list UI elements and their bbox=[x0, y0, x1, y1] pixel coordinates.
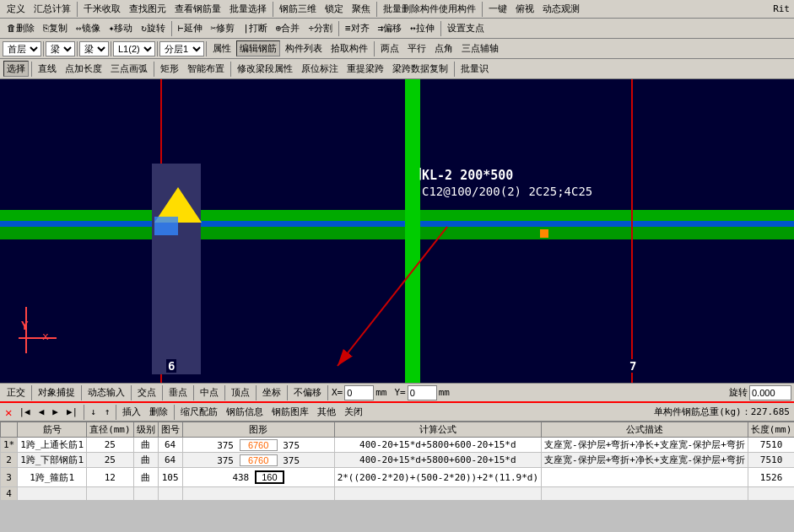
tb-split[interactable]: ÷ 分割 bbox=[305, 20, 336, 36]
row1-dim-right: 375 bbox=[283, 440, 300, 451]
toolbar-lock[interactable]: 锁定 bbox=[321, 1, 347, 17]
btn-up[interactable]: ↑ bbox=[101, 405, 114, 419]
tb-align[interactable]: ≡ 对齐 bbox=[342, 20, 373, 36]
tb-line[interactable]: 直线 bbox=[35, 61, 60, 77]
rotate-label: 旋转 bbox=[727, 386, 749, 399]
main-canvas: KL-2 200*500 C12@100/200(2) 2C25;4C25 | … bbox=[0, 79, 794, 383]
status-midpoint[interactable]: 中点 bbox=[197, 384, 222, 400]
close-red-btn[interactable]: ✕ bbox=[3, 406, 14, 419]
status-coord[interactable]: 坐标 bbox=[259, 384, 284, 400]
tb-three-point-axis[interactable]: 三点辅轴 bbox=[458, 40, 502, 56]
row2-dim-mid-input[interactable] bbox=[240, 454, 278, 466]
tb-edit-rebar[interactable]: 编辑钢筋 bbox=[236, 40, 280, 56]
status-dynamic[interactable]: 动态输入 bbox=[84, 384, 128, 400]
tb-point-length[interactable]: 点加长度 bbox=[62, 61, 105, 77]
x-axis-line bbox=[19, 337, 57, 339]
tb-rotate[interactable]: ↻ 旋转 bbox=[138, 20, 169, 36]
nav-last[interactable]: ▶| bbox=[63, 405, 81, 419]
btn-insert[interactable]: 插入 bbox=[119, 404, 144, 420]
y-input[interactable] bbox=[408, 385, 437, 400]
tb-pick-component[interactable]: 拾取构件 bbox=[327, 40, 371, 56]
nav-first[interactable]: |◀ bbox=[15, 405, 33, 419]
btn-scale[interactable]: 缩尺配筋 bbox=[177, 404, 221, 420]
status-ortho[interactable]: 正交 bbox=[3, 384, 29, 400]
x-input[interactable] bbox=[344, 385, 374, 400]
sep19 bbox=[81, 385, 82, 400]
th-grade: 级别 bbox=[133, 422, 158, 438]
toolbar-batch-delete[interactable]: 批量删除构件使用构件 bbox=[380, 1, 479, 17]
tb-copy-span-data[interactable]: 梁跨数据复制 bbox=[389, 61, 451, 77]
sep2 bbox=[273, 2, 273, 17]
row4-num: 4 bbox=[1, 487, 18, 501]
status-no-offset[interactable]: 不偏移 bbox=[290, 384, 325, 400]
toolbar-find[interactable]: 查找图元 bbox=[126, 1, 170, 17]
tb-original-mark[interactable]: 原位标注 bbox=[298, 61, 342, 77]
tb-move[interactable]: ✦ 移动 bbox=[105, 20, 137, 36]
btn-delete[interactable]: 删除 bbox=[146, 404, 171, 420]
btn-other[interactable]: 其他 bbox=[314, 404, 339, 420]
toolbar-one-key[interactable]: 一键 bbox=[485, 1, 510, 17]
tb-break[interactable]: | 打断 bbox=[240, 20, 271, 36]
row1-desc: 支座宽-保护层+弯折+净长+支座宽-保护层+弯折 bbox=[542, 438, 748, 453]
tb-property[interactable]: 属性 bbox=[209, 40, 235, 56]
data-table-container[interactable]: 筋号 直径(mm) 级别 图号 图形 计算公式 公式描述 长度(mm) 根数 搭… bbox=[0, 422, 794, 501]
toolbar-calc[interactable]: 汇总计算 bbox=[30, 1, 74, 17]
beam-type-select2[interactable]: 梁 bbox=[79, 41, 109, 56]
beam-type-select1[interactable]: 梁 bbox=[46, 41, 75, 56]
tb-batch-id[interactable]: 批量识 bbox=[457, 61, 492, 77]
status-cross[interactable]: 交点 bbox=[134, 384, 159, 400]
toolbar-3d[interactable]: 钢筋三维 bbox=[276, 1, 320, 17]
tb-merge[interactable]: ⊕ 合并 bbox=[273, 20, 304, 36]
tb-set-support[interactable]: 设置支点 bbox=[444, 20, 488, 36]
row1-dim-mid-input[interactable] bbox=[240, 439, 278, 451]
status-node[interactable]: 顶点 bbox=[228, 384, 253, 400]
toolbar-batch-select[interactable]: 批量选择 bbox=[226, 1, 270, 17]
row4-f bbox=[182, 487, 334, 501]
layer-select[interactable]: 首层 bbox=[3, 41, 41, 56]
layer-name-select[interactable]: 分层1 bbox=[159, 41, 204, 56]
tb-offset[interactable]: ⇉ 偏移 bbox=[375, 20, 406, 36]
btn-rebar-info[interactable]: 钢筋信息 bbox=[223, 404, 267, 420]
tb-parallel[interactable]: 平行 bbox=[404, 40, 429, 56]
status-snap[interactable]: 对象捕捉 bbox=[35, 384, 78, 400]
tb-modify-segment[interactable]: 修改梁段属性 bbox=[234, 61, 296, 77]
nav-next[interactable]: ▶ bbox=[49, 405, 62, 419]
tb-mirror[interactable]: ⇔ 镜像 bbox=[73, 20, 104, 36]
tb-extend[interactable]: ⊢ 延伸 bbox=[175, 20, 206, 36]
row3-dim-edit-input[interactable] bbox=[255, 470, 284, 484]
nav-prev[interactable]: ◀ bbox=[35, 405, 48, 419]
toolbar-focus[interactable]: 聚焦 bbox=[348, 1, 374, 17]
tb-select[interactable]: 选择 bbox=[3, 61, 29, 77]
sep27 bbox=[84, 405, 84, 420]
toolbar-top-view[interactable]: 俯视 bbox=[512, 1, 537, 17]
tb-rect[interactable]: 矩形 bbox=[157, 61, 182, 77]
tb-arc[interactable]: 三点画弧 bbox=[107, 61, 151, 77]
tb-stretch[interactable]: ↔ 拉伸 bbox=[407, 20, 438, 36]
rotate-input[interactable] bbox=[749, 385, 791, 400]
tb-two-point[interactable]: 两点 bbox=[377, 40, 402, 56]
tb-smart-layout[interactable]: 智能布置 bbox=[184, 61, 228, 77]
row3-figure[interactable]: 438 bbox=[182, 468, 334, 487]
tb-point-angle[interactable]: 点角 bbox=[431, 40, 456, 56]
sep17 bbox=[454, 62, 455, 77]
li-select[interactable]: L1(2) bbox=[113, 41, 155, 56]
btn-rebar-lib[interactable]: 钢筋图库 bbox=[268, 404, 312, 420]
column-green-mid bbox=[405, 79, 420, 383]
row2-figure[interactable]: 375 375 bbox=[182, 453, 334, 468]
toolbar-row-1: 定义 汇总计算 千米收取 查找图元 查看钢筋量 批量选择 钢筋三维 锁定 聚焦 … bbox=[0, 0, 794, 19]
tb-re-extract[interactable]: 重提梁跨 bbox=[343, 61, 387, 77]
toolbar-define[interactable]: 定义 bbox=[3, 1, 29, 17]
tb-delete[interactable]: 🗑 删除 bbox=[3, 20, 38, 36]
tb-trim[interactable]: ✂ 修剪 bbox=[208, 20, 239, 36]
table-row: 1* 1跨_上通长筋1 25 曲 64 375 375 400-20+15*d+… bbox=[1, 438, 795, 453]
tb-component-list[interactable]: 构件列表 bbox=[282, 40, 326, 56]
toolbar-km[interactable]: 千米收取 bbox=[80, 1, 124, 17]
tb-copy[interactable]: ⎘ 复制 bbox=[40, 20, 71, 36]
sep4 bbox=[482, 2, 483, 17]
btn-close[interactable]: 关闭 bbox=[341, 404, 366, 420]
toolbar-dynamic-view[interactable]: 动态观测 bbox=[539, 1, 583, 17]
status-vertex[interactable]: 垂点 bbox=[165, 384, 191, 400]
btn-down[interactable]: ↓ bbox=[87, 405, 100, 419]
row1-figure[interactable]: 375 375 bbox=[182, 438, 334, 453]
toolbar-view-qty[interactable]: 查看钢筋量 bbox=[171, 1, 224, 17]
